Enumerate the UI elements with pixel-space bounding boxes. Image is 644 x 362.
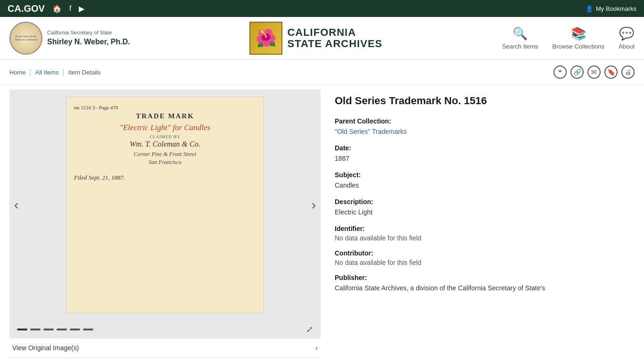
- csa-state-archives: STATE ARCHIVES: [287, 38, 382, 49]
- ca-gov-logo[interactable]: CA.GOV: [8, 3, 45, 14]
- browse-collections-label: Browse Collections: [552, 43, 604, 50]
- link-icon[interactable]: 🔗: [570, 66, 584, 79]
- identifier-section: Identifier: No data available for this f…: [335, 225, 635, 242]
- bookmark-icon[interactable]: 🔖: [604, 66, 618, 79]
- subject-section: Subject: Candles: [335, 171, 635, 190]
- next-image-button[interactable]: ›: [307, 193, 321, 217]
- doc-company: Wm. T. Coleman & Co.: [74, 140, 256, 148]
- prev-image-button[interactable]: ‹: [9, 193, 23, 217]
- doc-claimed: CLAIMED BY: [74, 134, 256, 139]
- doc-address-line2: San Francisco: [149, 159, 182, 165]
- identifier-value: No data available for this field: [335, 234, 635, 242]
- secretary-info: California Secretary of State Shirley N.…: [47, 29, 130, 47]
- image-container: ‹ tm 1516 2– Page 470 TRADE MARK "Electr…: [9, 90, 321, 321]
- csa-california: CALIFORNIA: [287, 27, 382, 38]
- document-image: tm 1516 2– Page 470 TRADE MARK "Electric…: [66, 97, 264, 313]
- csa-text: CALIFORNIA STATE ARCHIVES: [287, 27, 382, 49]
- description-value: Electric Light: [335, 207, 635, 217]
- dot-4[interactable]: [57, 329, 67, 330]
- doc-tm-number: tm 1516 2– Page 470: [74, 105, 256, 110]
- parent-collection-label: Parent Collection:: [335, 117, 635, 125]
- date-value: 1887: [335, 154, 635, 164]
- description-label: Description:: [335, 198, 635, 206]
- subject-label: Subject:: [335, 171, 635, 179]
- main-content: ‹ tm 1516 2– Page 470 TRADE MARK "Electr…: [0, 85, 644, 362]
- image-dots: [17, 329, 93, 330]
- parent-collection-section: Parent Collection: "Old Series" Trademar…: [335, 117, 635, 137]
- dot-3[interactable]: [43, 329, 54, 330]
- parent-collection-value: "Old Series" Trademarks: [335, 127, 635, 137]
- secretary-name: Shirley N. Weber, Ph.D.: [47, 37, 130, 47]
- breadcrumb-current: Item Details: [68, 69, 101, 76]
- bookmarks-user-icon: 👤: [586, 5, 593, 12]
- breadcrumb: Home │ All Items │ Item Details: [9, 69, 100, 76]
- dot-5[interactable]: [70, 329, 80, 330]
- print-icon[interactable]: 🖨: [621, 66, 635, 79]
- doc-subtitle: "Electric Light" for Candles: [74, 123, 256, 132]
- email-icon[interactable]: ✉: [587, 66, 601, 79]
- view-original-button[interactable]: View Original Image(s) ›: [9, 338, 321, 358]
- nav-search-items[interactable]: 🔍 Search Items: [502, 26, 538, 50]
- csa-logo-link[interactable]: 🌺 CALIFORNIA STATE ARCHIVES: [249, 22, 382, 55]
- doc-title: TRADE MARK: [74, 112, 256, 120]
- secretary-logo: Great Seal of the State of California Ca…: [9, 22, 130, 55]
- action-icons: ❝ 🔗 ✉ 🔖 🖨: [553, 66, 635, 79]
- contributor-label: Contributor:: [335, 249, 635, 257]
- facebook-icon[interactable]: f: [69, 4, 71, 13]
- state-seal: Great Seal of the State of California: [9, 22, 42, 55]
- about-label: About: [619, 43, 635, 50]
- date-section: Date: 1887: [335, 144, 635, 164]
- seal-label: Great Seal of the State of California: [10, 33, 41, 43]
- subject-value: Candles: [335, 181, 635, 190]
- nav-browse-collections[interactable]: 📚 Browse Collections: [552, 26, 604, 50]
- doc-address-line1: Corner Pine & Front Street: [134, 151, 196, 157]
- dot-1[interactable]: [17, 329, 27, 330]
- publisher-label: Publisher:: [335, 274, 635, 281]
- doc-address: Corner Pine & Front Street San Francisco: [74, 150, 256, 166]
- item-title: Old Series Trademark No. 1516: [335, 94, 635, 108]
- my-bookmarks-button[interactable]: 👤 My Bookmarks: [586, 5, 636, 12]
- doc-filed: Filed Sept. 21, 1887.: [74, 174, 256, 181]
- browse-collections-icon: 📚: [571, 26, 586, 41]
- breadcrumb-home[interactable]: Home: [9, 69, 26, 76]
- image-dots-bar: ⤢: [9, 321, 321, 338]
- youtube-icon[interactable]: ▶: [79, 4, 84, 13]
- date-label: Date:: [335, 144, 635, 152]
- nav-about[interactable]: 💬 About: [619, 26, 635, 50]
- expand-icon[interactable]: ⤢: [306, 324, 313, 335]
- dot-6[interactable]: [83, 329, 93, 330]
- top-bar: CA.GOV 🏠 f ▶ 👤 My Bookmarks: [0, 0, 644, 17]
- breadcrumb-sep-2: │: [62, 69, 66, 76]
- top-bar-left: CA.GOV 🏠 f ▶: [8, 3, 84, 14]
- publisher-value: California State Archives, a division of…: [335, 283, 635, 293]
- search-items-label: Search Items: [502, 43, 538, 50]
- breadcrumb-bar: Home │ All Items │ Item Details ❝ 🔗 ✉ 🔖 …: [0, 60, 644, 85]
- identifier-label: Identifier:: [335, 225, 635, 232]
- search-items-icon: 🔍: [512, 26, 528, 41]
- about-icon: 💬: [619, 26, 634, 41]
- breadcrumb-sep-1: │: [29, 69, 33, 76]
- dot-2[interactable]: [30, 329, 41, 330]
- cite-icon[interactable]: ❝: [553, 66, 567, 79]
- contributor-value: No data available for this field: [335, 259, 635, 266]
- view-original-label: View Original Image(s): [12, 344, 79, 352]
- item-details: Old Series Trademark No. 1516 Parent Col…: [335, 90, 635, 358]
- poppy-icon: 🌺: [249, 22, 282, 55]
- contributor-section: Contributor: No data available for this …: [335, 249, 635, 266]
- ca-gov-text: CA.GOV: [8, 3, 45, 14]
- parent-collection-link[interactable]: "Old Series" Trademarks: [335, 128, 407, 135]
- secretary-title: California Secretary of State: [47, 29, 130, 36]
- header-center: 🌺 CALIFORNIA STATE ARCHIVES: [140, 22, 493, 55]
- publisher-section: Publisher: California State Archives, a …: [335, 274, 635, 293]
- home-nav-icon[interactable]: 🏠: [52, 4, 62, 13]
- header-nav: 🔍 Search Items 📚 Browse Collections 💬 Ab…: [502, 26, 635, 50]
- bookmarks-label: My Bookmarks: [596, 5, 636, 12]
- image-viewer: ‹ tm 1516 2– Page 470 TRADE MARK "Electr…: [9, 90, 321, 358]
- breadcrumb-all-items[interactable]: All Items: [35, 69, 59, 76]
- view-original-chevron: ›: [315, 344, 318, 352]
- description-section: Description: Electric Light: [335, 198, 635, 217]
- site-header: Great Seal of the State of California Ca…: [0, 17, 644, 60]
